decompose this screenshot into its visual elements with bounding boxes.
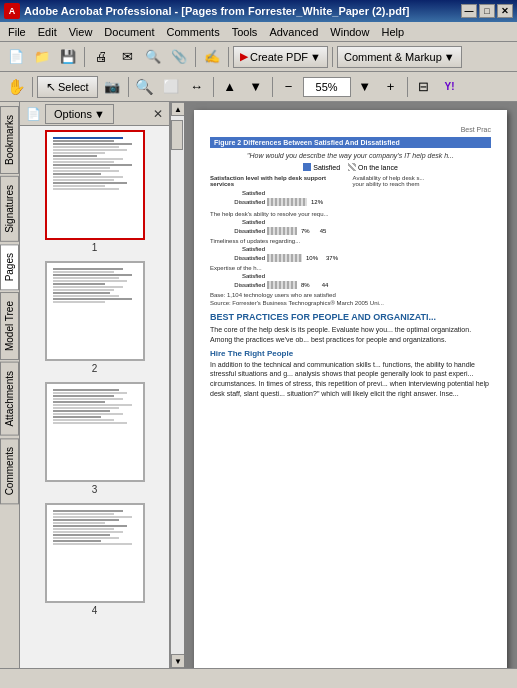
menu-document[interactable]: Document (98, 24, 160, 40)
separator-8 (272, 77, 273, 97)
chart-section-3: Timeliness of updates regarding... Satis… (210, 238, 491, 262)
scroll-track[interactable] (171, 116, 184, 654)
toolbar-main: 📄 📁 💾 🖨 ✉ 🔍 📎 ✍ ▶ Create PDF ▼ Comment &… (0, 42, 517, 72)
separator-1 (84, 47, 85, 67)
page-3-label: 3 (92, 484, 98, 495)
misc-button[interactable]: ⊟ (412, 75, 436, 99)
minimize-button[interactable]: — (461, 4, 477, 18)
maximize-button[interactable]: □ (479, 4, 495, 18)
chart-2-row-2: Dissatisfied 7% 45 (210, 227, 491, 235)
doc-quote: "How would you describe the way your com… (210, 152, 491, 159)
app-icon: A (4, 3, 20, 19)
open-button[interactable]: 📁 (30, 45, 54, 69)
chart-1-title: Satisfaction level with help desk suppor… (210, 175, 349, 187)
close-panel-button[interactable]: ✕ (153, 107, 163, 121)
separator-6 (128, 77, 129, 97)
close-button[interactable]: ✕ (497, 4, 513, 18)
scroll-down-button[interactable]: ▼ (171, 654, 185, 668)
attach-button[interactable]: 📎 (167, 45, 191, 69)
left-tabs: Bookmarks Signatures Pages Model Tree At… (0, 102, 20, 668)
sign-button[interactable]: ✍ (200, 45, 224, 69)
model-tree-tab[interactable]: Model Tree (0, 292, 19, 360)
legend-satisfied-color (303, 163, 311, 171)
page-4-container: 4 (45, 503, 145, 616)
chart-right-label-1: Availability of help desk s...your abili… (353, 175, 492, 207)
pages-panel: 📄 Options ▼ ✕ (20, 102, 170, 668)
page-4-thumbnail[interactable] (45, 503, 145, 603)
separator-3 (228, 47, 229, 67)
chart-4-row-2: Dissatisfied 8% 44 (210, 281, 491, 289)
menu-tools[interactable]: Tools (226, 24, 264, 40)
next-page-button[interactable]: ▼ (244, 75, 268, 99)
hand-tool-button[interactable]: ✋ (4, 75, 28, 99)
zoom-level-display[interactable]: 55% (303, 77, 351, 97)
menu-advanced[interactable]: Advanced (263, 24, 324, 40)
prev-page-button[interactable]: ▲ (218, 75, 242, 99)
page-2-thumbnail[interactable] (45, 261, 145, 361)
menu-view[interactable]: View (63, 24, 99, 40)
separator-2 (195, 47, 196, 67)
scroll-up-button[interactable]: ▲ (171, 102, 185, 116)
chart-1-row-1: Satisfied (210, 189, 349, 197)
doc-header-text: Best Prac (210, 126, 491, 133)
email-button[interactable]: ✉ (115, 45, 139, 69)
page-1-label: 1 (92, 242, 98, 253)
zoom-dropdown-button[interactable]: ▼ (353, 75, 377, 99)
bookmarks-tab[interactable]: Bookmarks (0, 106, 19, 174)
chart-4-title: Expertise of the h... (210, 265, 491, 271)
select-tool-button[interactable]: ↖ Select (37, 76, 98, 98)
page-4-label: 4 (92, 605, 98, 616)
attachments-tab[interactable]: Attachments (0, 362, 19, 436)
main-layout: Bookmarks Signatures Pages Model Tree At… (0, 102, 517, 668)
zoom-plus-button[interactable]: + (379, 75, 403, 99)
panel-scrollbar[interactable]: ▲ ▼ (170, 102, 184, 668)
menu-bar: File Edit View Document Comments Tools A… (0, 22, 517, 42)
fit-page-button[interactable]: ⬜ (159, 75, 183, 99)
fit-width-button[interactable]: ↔ (185, 75, 209, 99)
menu-comments[interactable]: Comments (161, 24, 226, 40)
separator-9 (407, 77, 408, 97)
figure-title: Figure 2 Differences Between Satisfied A… (210, 137, 491, 148)
document-view: Best Prac Figure 2 Differences Between S… (184, 102, 517, 668)
legend-balance-label: On the lance (358, 164, 398, 171)
new-button[interactable]: 📄 (4, 45, 28, 69)
legend-balance-color (348, 163, 356, 171)
yahoo-button[interactable]: Y! (438, 75, 462, 99)
menu-window[interactable]: Window (324, 24, 375, 40)
comments-tab[interactable]: Comments (0, 438, 19, 504)
legend: Satisfied On the lance (210, 163, 491, 171)
scroll-thumb[interactable] (171, 120, 183, 150)
bar-dissatisfied-2 (267, 227, 297, 235)
chart-3-title: Timeliness of updates regarding... (210, 238, 491, 244)
pages-tab[interactable]: Pages (0, 244, 19, 290)
legend-satisfied-label: Satisfied (313, 164, 340, 171)
snapshot-button[interactable]: 📷 (100, 75, 124, 99)
chart-1-row-2: Dissatisfied 12% (210, 198, 349, 206)
zoom-minus-button[interactable]: − (277, 75, 301, 99)
chart-section-2: The help desk's ability to resolve your … (210, 211, 491, 235)
title-bar: A Adobe Acrobat Professional - [Pages fr… (0, 0, 517, 22)
toolbar-secondary: ✋ ↖ Select 📷 🔍 ⬜ ↔ ▲ ▼ − 55% ▼ + ⊟ Y! (0, 72, 517, 102)
section-title: BEST PRACTICES FOR PEOPLE AND ORGANIZATI… (210, 312, 491, 322)
separator-4 (332, 47, 333, 67)
save-button[interactable]: 💾 (56, 45, 80, 69)
zoom-out-button[interactable]: 🔍 (133, 75, 157, 99)
print-button[interactable]: 🖨 (89, 45, 113, 69)
menu-help[interactable]: Help (375, 24, 410, 40)
search-button[interactable]: 🔍 (141, 45, 165, 69)
page-1-thumbnail[interactable] (45, 130, 145, 240)
page-3-thumbnail[interactable] (45, 382, 145, 482)
options-button[interactable]: Options ▼ (45, 104, 114, 124)
chart-section-4: Expertise of the h... Satisfied Dissatis… (210, 265, 491, 289)
signatures-tab[interactable]: Signatures (0, 176, 19, 242)
create-pdf-button[interactable]: ▶ Create PDF ▼ (233, 46, 328, 68)
page-3-container: 3 (45, 382, 145, 495)
chart-2-row-1: Satisfied (210, 218, 491, 226)
comment-markup-button[interactable]: Comment & Markup ▼ (337, 46, 462, 68)
bar-dissatisfied-3 (267, 254, 302, 262)
menu-edit[interactable]: Edit (32, 24, 63, 40)
chart-3-row-2: Dissatisfied 10% 37% (210, 254, 491, 262)
window-controls[interactable]: — □ ✕ (461, 4, 513, 18)
menu-file[interactable]: File (2, 24, 32, 40)
document-page: Best Prac Figure 2 Differences Between S… (194, 110, 507, 668)
